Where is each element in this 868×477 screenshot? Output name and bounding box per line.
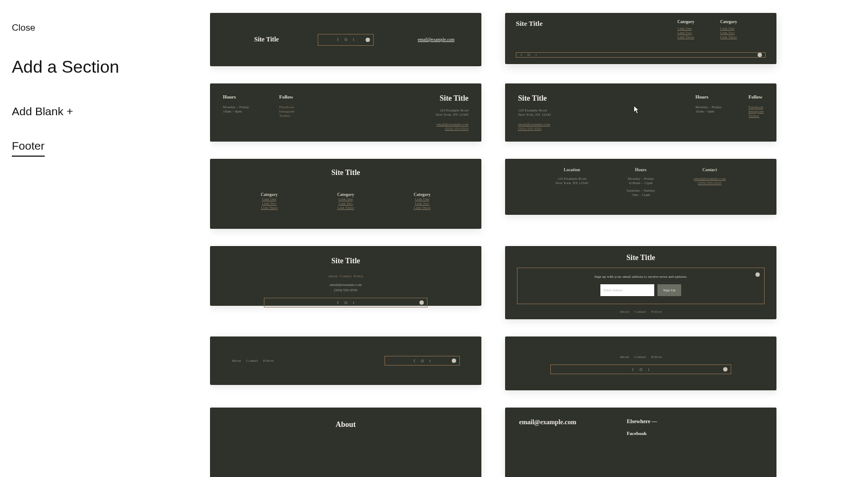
handle-icon bbox=[366, 38, 370, 42]
footer-template-10[interactable]: About Contact Follow f ⊙ t bbox=[505, 336, 776, 390]
twitter-icon: t bbox=[648, 367, 649, 372]
link-one: Link One bbox=[319, 197, 373, 201]
footer-template-3[interactable]: Hours Monday – Friday 10am – 6pm Follow … bbox=[210, 83, 481, 142]
link-one: Link One bbox=[242, 197, 296, 201]
twitter-icon: t bbox=[353, 300, 354, 305]
phone-text: (555) 555-5555 bbox=[242, 288, 449, 292]
email-link: email@example.com bbox=[518, 122, 551, 127]
template-gallery: Site Title f ⊙ t email@example.com Site … bbox=[210, 0, 868, 477]
handle-icon bbox=[452, 359, 456, 363]
link-two: Link Two bbox=[319, 201, 373, 206]
hours-time: 10am – 6pm bbox=[695, 109, 722, 114]
site-title: Site Title bbox=[516, 19, 677, 28]
add-blank-button[interactable]: Add Blank + bbox=[12, 105, 210, 118]
footer-template-11[interactable]: About bbox=[210, 408, 481, 477]
about-link: About bbox=[232, 359, 241, 363]
site-title: Site Title bbox=[237, 36, 296, 44]
instagram-link: Instagram bbox=[748, 109, 764, 114]
footer-template-5[interactable]: Site Title Category Link One Link Two Li… bbox=[210, 159, 481, 229]
social-bar: f ⊙ t bbox=[384, 356, 460, 366]
footer-template-9[interactable]: About Contact Follow f ⊙ t bbox=[210, 336, 481, 385]
location-heading: Location bbox=[537, 167, 606, 172]
email-link: email@example.com bbox=[395, 37, 454, 42]
hours-time: 10am – 6pm bbox=[223, 109, 249, 114]
facebook-link: Facebook bbox=[748, 105, 764, 109]
link-one: Link One bbox=[720, 26, 738, 31]
instagram-link: Instagram bbox=[279, 109, 295, 114]
hours-days: Monday – Friday bbox=[695, 105, 722, 109]
contact-link: Contact bbox=[340, 274, 352, 278]
site-title: Site Title bbox=[518, 94, 551, 103]
email-link: email@example.com bbox=[436, 122, 468, 127]
footer-template-4[interactable]: Site Title 123 Example Road New York, NY… bbox=[505, 83, 776, 142]
facebook-link: Facebook bbox=[279, 105, 295, 109]
nav-links: About Contact Follow bbox=[232, 359, 384, 363]
signup-button[interactable]: Sign Up bbox=[657, 284, 681, 296]
link-three: Link Three bbox=[395, 206, 449, 210]
facebook-icon: f bbox=[337, 37, 339, 42]
link-two: Link Two bbox=[677, 31, 695, 35]
footer-template-2[interactable]: Site Title Category Link One Link Two Li… bbox=[505, 13, 776, 64]
address-line2: New York, NY 12345 bbox=[537, 181, 606, 185]
link-three: Link Three bbox=[720, 35, 738, 39]
site-title: Site Title bbox=[517, 254, 765, 262]
footer-template-12[interactable]: email@example.com Elsewhere — Facebook bbox=[505, 408, 776, 477]
footer-template-8[interactable]: Site Title Sign up with your email addre… bbox=[505, 246, 776, 319]
link-three: Link Three bbox=[319, 206, 373, 210]
link-one: Link One bbox=[677, 26, 695, 31]
facebook-icon: f bbox=[414, 359, 415, 363]
hours-line: 7am – 11pm bbox=[606, 193, 675, 197]
category-footer[interactable]: Footer bbox=[12, 139, 45, 157]
close-button[interactable]: Close bbox=[12, 23, 210, 33]
hours-line: 6:30am – 11pm bbox=[606, 181, 675, 185]
email-link: email@example.com bbox=[675, 177, 744, 181]
signup-text: Sign up with your email address to recei… bbox=[528, 275, 753, 279]
category-heading: Category bbox=[395, 192, 449, 197]
policy-link: Policy bbox=[354, 274, 363, 278]
facebook-icon: f bbox=[337, 300, 339, 305]
about-heading: About bbox=[242, 420, 449, 429]
contact-heading: Contact bbox=[675, 167, 744, 172]
phone-link: (555) 555-5555 bbox=[436, 127, 468, 131]
hours-days: Monday – Friday bbox=[223, 105, 249, 109]
hours-heading: Hours bbox=[606, 167, 675, 172]
twitter-icon: t bbox=[430, 359, 431, 363]
site-title: Site Title bbox=[436, 94, 468, 103]
follow-link: Follow bbox=[263, 359, 274, 363]
hours-line: Monday – Friday bbox=[606, 177, 675, 181]
site-title: Site Title bbox=[242, 257, 449, 265]
phone-link: (555) 555-5555 bbox=[518, 127, 551, 131]
elsewhere-heading: Elsewhere — bbox=[627, 418, 657, 424]
site-title: Site Title bbox=[242, 169, 449, 177]
contact-link: Contact bbox=[246, 359, 258, 363]
link-two: Link Two bbox=[395, 201, 449, 206]
twitter-link: Twitter bbox=[279, 114, 295, 118]
email-input[interactable]: Email Address bbox=[600, 284, 654, 296]
about-link: About bbox=[620, 355, 629, 359]
social-bar: f ⊙ t bbox=[318, 34, 374, 46]
link-three: Link Three bbox=[242, 206, 296, 210]
footer-template-7[interactable]: Site Title About Contact Policy email@ex… bbox=[210, 246, 481, 306]
footer-template-1[interactable]: Site Title f ⊙ t email@example.com bbox=[210, 13, 481, 66]
twitter-icon: t bbox=[353, 37, 354, 42]
panel-title: Add a Section bbox=[12, 57, 210, 77]
phone-link: (555) 555-5555 bbox=[675, 181, 744, 185]
category-heading: Category bbox=[319, 192, 373, 197]
footer-template-6[interactable]: Location 123 Example Road New York, NY 1… bbox=[505, 159, 776, 215]
handle-icon bbox=[723, 367, 727, 371]
instagram-icon: ⊙ bbox=[421, 359, 424, 363]
follow-heading: Follow bbox=[748, 94, 764, 100]
social-bar: f ⊙ t bbox=[516, 52, 766, 58]
instagram-icon: ⊙ bbox=[344, 37, 348, 42]
hours-line: Saturday – Sunday bbox=[606, 188, 675, 193]
address-line1: 123 Example Road bbox=[436, 108, 468, 113]
contact-link: Contact bbox=[634, 310, 646, 314]
contact-link: Contact bbox=[634, 355, 646, 359]
hours-heading: Hours bbox=[695, 94, 722, 100]
instagram-icon: ⊙ bbox=[344, 300, 348, 305]
link-two: Link Two bbox=[720, 31, 738, 35]
instagram-icon: ⊙ bbox=[639, 367, 643, 372]
link-three: Link Three bbox=[677, 35, 695, 39]
follow-link: Follow bbox=[651, 355, 662, 359]
handle-icon bbox=[419, 300, 424, 305]
